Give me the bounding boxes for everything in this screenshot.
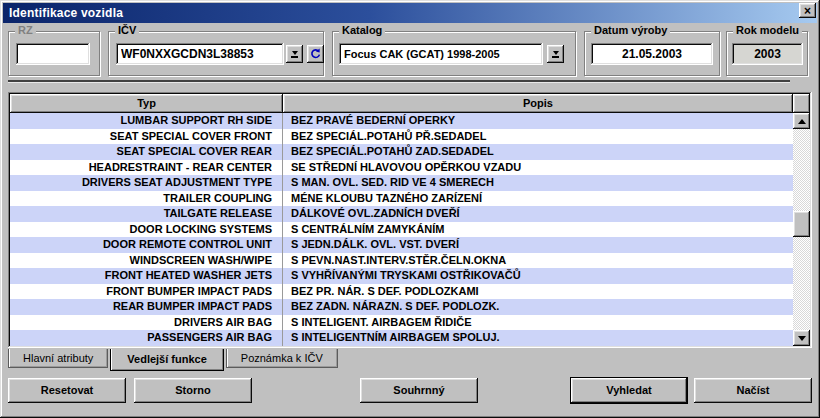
table-row[interactable]: WINDSCREEN WASH/WIPES PEVN.NAST.INTERV.S…: [10, 253, 793, 269]
nacist-button[interactable]: Načíst: [694, 378, 812, 403]
groupbox-rz: RZ: [8, 31, 100, 76]
table-cell-popis: S CENTRÁLNÍM ZAMYKÁNÍM: [283, 222, 793, 238]
tab-bar: Hlavní atributy Vedlejší funkce Poznámka…: [8, 349, 340, 371]
rok-modelu-value: [732, 43, 803, 65]
table-cell-popis: DÁLKOVÉ OVL.ZADNÍCH DVEŘÍ: [283, 206, 793, 222]
table-cell-popis: BEZ ZADN. NÁRAZN. S DEF. PODLOZK.: [283, 299, 793, 315]
table-cell-popis: S VYHŘÍVANÝMI TRYSKAMI OSTŘIKOVAČŮ: [283, 268, 793, 284]
table-cell-popis: S INTELIGENTNÍM AIRBAGEM SPOLUJ.: [283, 330, 793, 346]
scrollbar-thumb[interactable]: [793, 211, 810, 237]
icv-input[interactable]: [116, 43, 284, 65]
vyhledat-button[interactable]: Vyhledat: [570, 377, 688, 404]
table-row[interactable]: LUMBAR SUPPORT RH SIDEBEZ PRAVÉ BEDERNÍ …: [10, 113, 793, 129]
resetovat-button[interactable]: Resetovat: [8, 378, 126, 403]
window-title: Identifikace vozidla: [9, 6, 123, 20]
dialog-window: Identifikace vozidla × RZ IČV Katalog: [0, 0, 820, 418]
table-cell-typ: DOOR LOCKING SYSTEMS: [10, 222, 283, 238]
table-cell-typ: DRIVERS SEAT ADJUSTMENT TYPE: [10, 175, 283, 191]
rok-modelu-label: Rok modelu: [733, 24, 802, 36]
table-cell-typ: SEAT SPECIAL COVER REAR: [10, 144, 283, 160]
table-cell-popis: BEZ PR. NÁR. S DEF. PODLOZKAMI: [283, 284, 793, 300]
dropdown-arrow-icon: [291, 51, 298, 58]
table-row[interactable]: SEAT SPECIAL COVER REARBEZ SPECIÁL.POTAH…: [10, 144, 793, 160]
rz-label: RZ: [15, 24, 36, 36]
table-row[interactable]: SEAT SPECIAL COVER FRONTBEZ SPECIÁL.POTA…: [10, 129, 793, 145]
table-cell-popis: BEZ SPECIÁL.POTAHŮ PŘ.SEDADEL: [283, 129, 793, 145]
icv-dropdown-button[interactable]: [286, 45, 303, 63]
table-cell-typ: FRONT HEATED WASHER JETS: [10, 268, 283, 284]
table-row[interactable]: DOOR REMOTE CONTROL UNITS JEDN.DÁLK. OVL…: [10, 237, 793, 253]
attributes-table: Typ Popis LUMBAR SUPPORT RH SIDEBEZ PRAV…: [8, 92, 812, 348]
titlebar: Identifikace vozidla: [3, 3, 817, 23]
table-cell-popis: BEZ SPECIÁL.POTAHŮ ZAD.SEDADEL: [283, 144, 793, 160]
dropdown-arrow-icon: [552, 51, 559, 58]
table-cell-typ: PASSENGERS AIR BAG: [10, 330, 283, 346]
close-button[interactable]: ×: [799, 3, 816, 18]
table-row[interactable]: TRAILER COUPLINGMÉNE KLOUBU TAZNÉHO ZARÍ…: [10, 191, 793, 207]
table-row[interactable]: DRIVERS AIR BAGS INTELIGENT. AIRBAGEM ŘI…: [10, 315, 793, 331]
datum-vyroby-label: Datum výroby: [591, 24, 670, 36]
table-cell-typ: DOOR REMOTE CONTROL UNIT: [10, 237, 283, 253]
close-icon: ×: [804, 5, 811, 17]
datum-vyroby-input[interactable]: [591, 43, 713, 65]
table-cell-popis: MÉNE KLOUBU TAZNÉHO ZARÍZENÍ: [283, 191, 793, 207]
separator-line: [8, 80, 790, 83]
table-row[interactable]: FRONT BUMPER IMPACT PADSBEZ PR. NÁR. S D…: [10, 284, 793, 300]
table-cell-popis: BEZ PRAVÉ BEDERNÍ OPERKY: [283, 113, 793, 129]
table-row[interactable]: FRONT HEATED WASHER JETSS VYHŘÍVANÝMI TR…: [10, 268, 793, 284]
table-cell-popis: S PEVN.NAST.INTERV.STĚR.ČELN.OKNA: [283, 253, 793, 269]
table-cell-typ: TAILGATE RELEASE: [10, 206, 283, 222]
table-cell-typ: FRONT BUMPER IMPACT PADS: [10, 284, 283, 300]
groupbox-rok-modelu: Rok modelu: [726, 31, 808, 76]
table-cell-typ: SEAT SPECIAL COVER FRONT: [10, 129, 283, 145]
table-row[interactable]: HEADRESTRAINT - REAR CENTERSE STŘEDNÍ HL…: [10, 160, 793, 176]
table-row[interactable]: PASSENGERS AIR BAGS INTELIGENTNÍM AIRBAG…: [10, 330, 793, 346]
table-cell-typ: TRAILER COUPLING: [10, 191, 283, 207]
katalog-dropdown-button[interactable]: [547, 45, 564, 63]
scroll-down-button[interactable]: [793, 330, 810, 346]
table-cell-typ: WINDSCREEN WASH/WIPE: [10, 253, 283, 269]
rz-input[interactable]: [16, 43, 90, 65]
souhrnny-button[interactable]: Souhrnný: [360, 378, 478, 403]
tab-poznamka-k-icv[interactable]: Poznámka k IČV: [226, 349, 338, 368]
column-header-typ[interactable]: Typ: [10, 94, 283, 113]
katalog-input[interactable]: [339, 43, 543, 65]
table-row[interactable]: REAR BUMPER IMPACT PADSBEZ ZADN. NÁRAZN.…: [10, 299, 793, 315]
table-cell-popis: S MAN. OVL. SED. RID VE 4 SMERECH: [283, 175, 793, 191]
table-cell-typ: HEADRESTRAINT - REAR CENTER: [10, 160, 283, 176]
tab-vedlejsi-funkce[interactable]: Vedlejší funkce: [110, 349, 223, 371]
table-row[interactable]: DOOR LOCKING SYSTEMSS CENTRÁLNÍM ZAMYKÁN…: [10, 222, 793, 238]
storno-button[interactable]: Storno: [134, 378, 252, 403]
scroll-up-icon: [798, 119, 806, 124]
tab-hlavni-atributy[interactable]: Hlavní atributy: [8, 349, 108, 368]
scroll-down-icon: [798, 336, 806, 341]
groupbox-datum-vyroby: Datum výroby: [584, 31, 720, 76]
table-header: Typ Popis: [10, 94, 810, 113]
table-cell-typ: LUMBAR SUPPORT RH SIDE: [10, 113, 283, 129]
table-header-filler: [793, 94, 810, 113]
scroll-up-button[interactable]: [793, 113, 810, 129]
vertical-scrollbar[interactable]: [793, 113, 810, 346]
table-row[interactable]: DRIVERS SEAT ADJUSTMENT TYPES MAN. OVL. …: [10, 175, 793, 191]
table-cell-typ: DRIVERS AIR BAG: [10, 315, 283, 331]
table-cell-typ: REAR BUMPER IMPACT PADS: [10, 299, 283, 315]
icv-refresh-button[interactable]: [307, 45, 324, 63]
scrollbar-track[interactable]: [793, 129, 810, 330]
table-cell-popis: SE STŘEDNÍ HLAVOVOU OPĚRKOU VZADU: [283, 160, 793, 176]
column-header-popis[interactable]: Popis: [283, 94, 793, 113]
table-cell-popis: S JEDN.DÁLK. OVL. VST. DVERÍ: [283, 237, 793, 253]
katalog-label: Katalog: [339, 24, 385, 36]
icv-label: IČV: [115, 24, 139, 36]
table-row[interactable]: TAILGATE RELEASEDÁLKOVÉ OVL.ZADNÍCH DVEŘ…: [10, 206, 793, 222]
groupbox-katalog: Katalog: [332, 31, 576, 76]
table-cell-popis: S INTELIGENT. AIRBAGEM ŘIDIČE: [283, 315, 793, 331]
groupbox-icv: IČV: [108, 31, 324, 76]
table-body: LUMBAR SUPPORT RH SIDEBEZ PRAVÉ BEDERNÍ …: [10, 113, 793, 346]
refresh-icon: [310, 48, 321, 60]
